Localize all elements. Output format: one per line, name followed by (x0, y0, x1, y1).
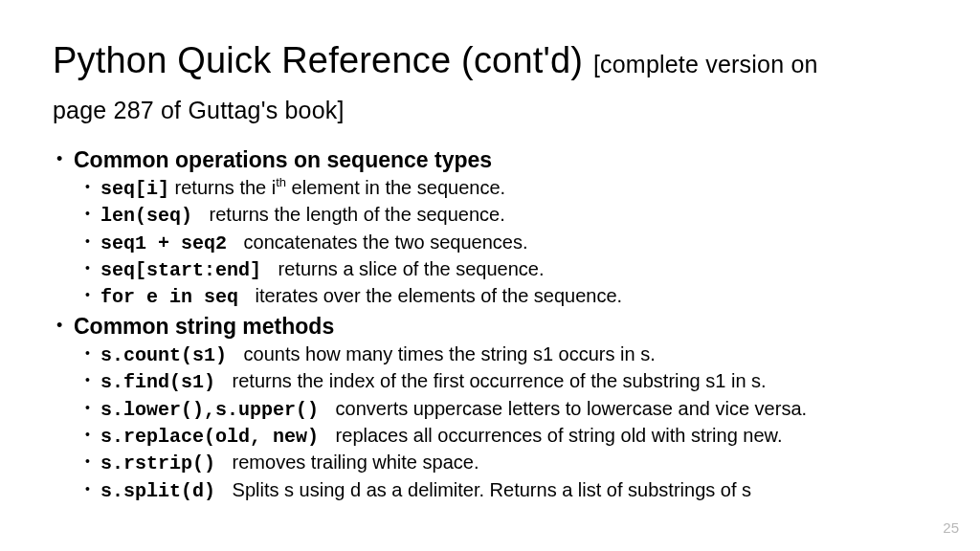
list-item: s.split(d) Splits s using d as a delimit… (74, 477, 927, 504)
code-snippet: seq[i] (100, 178, 169, 200)
slide-title: Python Quick Reference (cont'd) [complet… (53, 38, 927, 129)
list-item: s.lower(),s.upper() converts uppercase l… (74, 396, 927, 423)
code-snippet: len(seq) (100, 205, 204, 227)
list-item: seq1 + seq2 concatenates the two sequenc… (74, 230, 927, 256)
section2-items: s.count(s1) counts how many times the st… (74, 342, 927, 504)
section-string-methods: Common string methods s.count(s1) counts… (53, 313, 927, 504)
item-desc: converts uppercase letters to lowercase … (330, 398, 807, 419)
content-list: Common operations on sequence types seq[… (53, 146, 927, 504)
title-sub-b: page 287 of Guttag's book] (53, 97, 345, 123)
code-snippet: s.lower(),s.upper() (100, 399, 330, 421)
list-item: s.replace(old, new) replaces all occurre… (74, 423, 927, 450)
section-heading: Common operations on sequence types (74, 146, 927, 175)
code-snippet: for e in seq (100, 286, 250, 308)
title-main: Python Quick Reference (cont'd) (53, 40, 593, 80)
item-desc: returns the ith element in the sequence. (169, 177, 505, 198)
list-item: seq[start:end] returns a slice of the se… (74, 256, 927, 283)
code-snippet: s.split(d) (100, 480, 227, 502)
item-desc: returns the length of the sequence. (204, 204, 505, 225)
item-desc: replaces all occurrences of string old w… (330, 425, 782, 446)
code-snippet: seq[start:end] (100, 259, 273, 281)
section1-items: seq[i] returns the ith element in the se… (74, 175, 927, 311)
code-snippet: s.rstrip() (100, 452, 227, 474)
list-item: seq[i] returns the ith element in the se… (74, 175, 927, 202)
list-item: s.rstrip() removes trailing white space. (74, 450, 927, 476)
item-desc: iterates over the elements of the sequen… (250, 285, 622, 306)
section-heading: Common string methods (74, 313, 927, 342)
item-desc: Splits s using d as a delimiter. Returns… (227, 479, 751, 500)
page-number: 25 (943, 519, 959, 536)
code-snippet: s.count(s1) (100, 344, 238, 366)
item-desc: counts how many times the string s1 occu… (238, 343, 656, 364)
item-desc: returns the index of the first occurrenc… (227, 370, 767, 391)
code-snippet: seq1 + seq2 (100, 232, 238, 254)
list-item: s.find(s1) returns the index of the firs… (74, 368, 927, 395)
item-desc: removes trailing white space. (227, 452, 479, 473)
item-desc: returns a slice of the sequence. (273, 258, 545, 279)
code-snippet: s.replace(old, new) (100, 426, 330, 448)
list-item: for e in seq iterates over the elements … (74, 283, 927, 310)
title-sub-a: [complete version on (593, 51, 818, 77)
section-sequence-ops: Common operations on sequence types seq[… (53, 146, 927, 311)
code-snippet: s.find(s1) (100, 371, 227, 393)
list-item: len(seq) returns the length of the seque… (74, 202, 927, 229)
list-item: s.count(s1) counts how many times the st… (74, 342, 927, 368)
item-desc: concatenates the two sequences. (238, 231, 527, 253)
